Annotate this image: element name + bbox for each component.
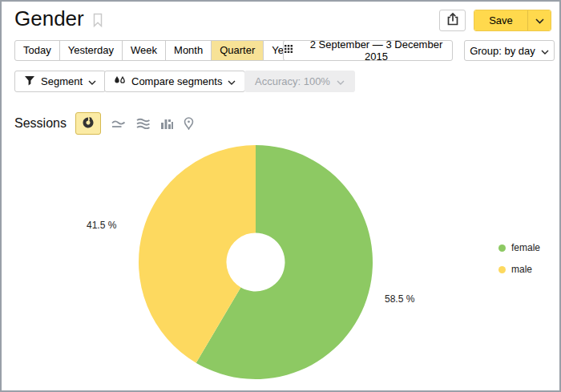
chevron-down-icon	[228, 75, 236, 87]
accuracy-text: Accuracy: 100%	[255, 75, 330, 87]
export-icon	[446, 12, 460, 29]
group-by-text: Group: by day	[470, 45, 535, 57]
stacked-areas-icon[interactable]	[136, 118, 150, 129]
save-dropdown-button[interactable]	[527, 10, 551, 30]
column-chart-icon[interactable]	[160, 118, 173, 129]
period-tabs: Today Yesterday Week Month Quarter Year	[14, 40, 302, 61]
date-range-button[interactable]: 2 September — 3 December 2015	[283, 40, 453, 61]
tab-quarter[interactable]: Quarter	[211, 40, 264, 61]
donut-chart-icon	[82, 116, 95, 131]
tab-yesterday[interactable]: Yesterday	[59, 40, 123, 61]
tab-today[interactable]: Today	[14, 40, 60, 61]
chevron-down-icon	[541, 45, 549, 57]
tab-month[interactable]: Month	[165, 40, 212, 61]
save-button-group: Save	[474, 10, 551, 31]
legend-dot-male	[498, 266, 506, 273]
page-header: Gender	[14, 6, 103, 31]
header-actions: Save	[439, 10, 551, 31]
slice-label-female: 58.5 %	[385, 293, 414, 305]
bookmark-icon[interactable]	[92, 13, 103, 28]
save-button[interactable]: Save	[474, 10, 527, 30]
chart-area: 41.5 % 58.5 % female male	[2, 139, 559, 390]
export-button[interactable]	[439, 10, 466, 31]
chart-type-toolbar	[75, 112, 194, 135]
slice-label-male: 41.5 %	[87, 220, 116, 231]
funnel-icon	[24, 75, 35, 88]
metric-label: Sessions	[14, 116, 67, 131]
legend-label-male: male	[511, 264, 532, 275]
chart-legend: female male	[498, 242, 540, 285]
chevron-down-icon	[337, 75, 345, 87]
gender-report-page: Gender Save	[0, 0, 561, 392]
compare-segments-text: Compare segments	[131, 75, 222, 87]
line-chart-icon[interactable]	[111, 119, 126, 129]
tab-week[interactable]: Week	[122, 40, 166, 61]
compare-segments-dropdown[interactable]: Compare segments	[104, 71, 245, 92]
legend-label-female: female	[511, 242, 540, 253]
segment-text: Segment	[41, 75, 83, 87]
legend-item-male[interactable]: male	[498, 264, 540, 275]
date-range-text: 2 September — 3 December 2015	[301, 38, 452, 63]
donut-chart	[135, 142, 376, 382]
calendar-grid-icon	[284, 44, 294, 57]
legend-dot-female	[498, 244, 506, 252]
chevron-down-icon	[535, 14, 544, 26]
segment-dropdown[interactable]: Segment	[14, 71, 106, 92]
map-pin-icon[interactable]	[184, 117, 194, 130]
legend-item-female[interactable]: female	[498, 242, 540, 253]
page-title: Gender	[14, 6, 84, 31]
group-by-dropdown[interactable]: Group: by day	[464, 40, 555, 61]
droplets-icon	[114, 75, 126, 88]
accuracy-dropdown-disabled[interactable]: Accuracy: 100%	[244, 71, 355, 92]
chevron-down-icon	[88, 75, 96, 87]
chart-type-pie-button-selected[interactable]	[75, 112, 101, 135]
